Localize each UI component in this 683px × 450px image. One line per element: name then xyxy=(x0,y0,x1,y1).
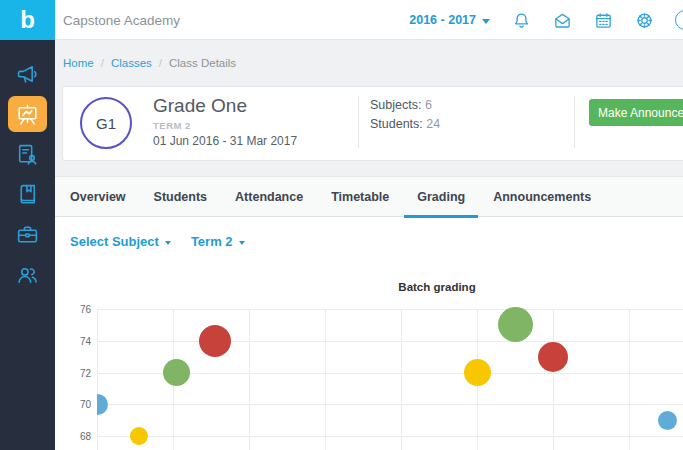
sidebar-item-classes[interactable] xyxy=(0,94,55,134)
tab-overview[interactable]: Overview xyxy=(56,177,140,216)
v-gridline xyxy=(249,309,250,450)
user-avatar[interactable] xyxy=(675,10,683,30)
calendar-icon xyxy=(594,11,613,30)
tab-grading[interactable]: Grading xyxy=(403,177,479,216)
class-date-range: 01 Jun 2016 - 31 Mar 2017 xyxy=(153,134,297,148)
card-divider xyxy=(574,96,575,148)
chart-bubble-red[interactable] xyxy=(199,325,231,357)
tab-timetable[interactable]: Timetable xyxy=(317,177,403,216)
app-root: b Capstone Academy 2016 - 2017 xyxy=(0,0,683,450)
people-icon xyxy=(15,262,40,287)
h-gridline xyxy=(97,309,683,310)
chart-bubble-blue[interactable] xyxy=(658,411,677,430)
v-gridline xyxy=(97,309,98,450)
academic-year-dropdown[interactable]: 2016 - 2017 xyxy=(409,13,490,27)
y-axis-label: 70 xyxy=(57,399,91,410)
v-gridline xyxy=(401,309,402,450)
chart-bubble-red[interactable] xyxy=(538,342,568,372)
subject-filter-dropdown[interactable]: Select Subject xyxy=(70,234,171,249)
bell-icon xyxy=(512,11,531,30)
academic-year-label: 2016 - 2017 xyxy=(409,13,476,27)
lifebuoy-icon xyxy=(635,11,654,30)
tab-announcements[interactable]: Announcements xyxy=(479,177,605,216)
class-card: G1 Grade One TERM 2 01 Jun 2016 - 31 Mar… xyxy=(62,86,683,161)
subjects-value: 6 xyxy=(425,98,432,112)
subjects-label: Subjects: xyxy=(370,98,421,112)
v-gridline xyxy=(325,309,326,450)
filters: Select Subject Term 2 xyxy=(70,234,245,249)
y-axis-label: 72 xyxy=(57,368,91,379)
class-title: Grade One xyxy=(153,95,297,117)
chart-bubble-blue[interactable] xyxy=(97,394,108,415)
sidebar-item-reports[interactable] xyxy=(0,134,55,174)
breadcrumb-separator: / xyxy=(159,57,162,69)
v-gridline xyxy=(553,309,554,450)
batch-grading-chart: Batch grading 7674727068 xyxy=(55,260,683,450)
h-gridline xyxy=(97,404,683,405)
support-button[interactable] xyxy=(634,10,654,30)
breadcrumb-current: Class Details xyxy=(169,57,236,69)
subject-filter-label: Select Subject xyxy=(70,234,159,249)
chart-bubble-yellow[interactable] xyxy=(130,427,148,445)
main-content: Home / Classes / Class Details G1 Grade … xyxy=(55,40,683,450)
briefcase-icon xyxy=(15,222,40,247)
breadcrumb-link-home[interactable]: Home xyxy=(63,57,94,69)
caret-down-icon xyxy=(165,241,171,245)
megaphone-icon xyxy=(15,62,40,87)
chart-bubble-green[interactable] xyxy=(163,359,190,386)
tabbar: Overview Students Attendance Timetable G… xyxy=(55,176,683,217)
caret-down-icon xyxy=(482,19,490,24)
notifications-button[interactable] xyxy=(511,10,531,30)
envelope-icon xyxy=(553,11,572,30)
chart-bubble-green[interactable] xyxy=(498,307,533,342)
class-badge: G1 xyxy=(80,97,132,149)
sidebar-item-students[interactable] xyxy=(0,254,55,294)
tab-attendance[interactable]: Attendance xyxy=(221,177,317,216)
term-filter-dropdown[interactable]: Term 2 xyxy=(191,234,245,249)
calendar-button[interactable] xyxy=(593,10,613,30)
subjects-stat: Subjects: 6 xyxy=(370,96,440,115)
tab-students[interactable]: Students xyxy=(140,177,221,216)
school-name: Capstone Academy xyxy=(63,0,180,40)
students-stat: Students: 24 xyxy=(370,115,440,134)
v-gridline xyxy=(629,309,630,450)
term-filter-label: Term 2 xyxy=(191,234,233,249)
y-axis-label: 68 xyxy=(57,431,91,442)
messages-button[interactable] xyxy=(552,10,572,30)
students-value: 24 xyxy=(426,117,440,131)
card-divider xyxy=(358,96,359,148)
student-report-icon xyxy=(15,142,40,167)
class-term: TERM 2 xyxy=(153,120,297,131)
sidebar-item-library[interactable] xyxy=(0,174,55,214)
active-item-highlight xyxy=(8,96,47,132)
chart-plot-area xyxy=(97,260,683,450)
h-gridline xyxy=(97,341,683,342)
y-axis-label: 74 xyxy=(57,336,91,347)
grading-panel: Select Subject Term 2 Batch grading 7674… xyxy=(55,217,683,450)
sidebar xyxy=(0,40,55,450)
students-label: Students: xyxy=(370,117,423,131)
chart-bubble-yellow[interactable] xyxy=(464,359,491,386)
caret-down-icon xyxy=(239,241,245,245)
make-announcement-button[interactable]: Make Announcement xyxy=(589,99,683,126)
sidebar-item-staff[interactable] xyxy=(0,214,55,254)
sidebar-item-announcements[interactable] xyxy=(0,54,55,94)
topbar: b Capstone Academy 2016 - 2017 xyxy=(0,0,683,40)
breadcrumb-separator: / xyxy=(101,57,104,69)
class-info: Grade One TERM 2 01 Jun 2016 - 31 Mar 20… xyxy=(153,95,297,148)
y-axis-label: 76 xyxy=(57,304,91,315)
breadcrumb-link-classes[interactable]: Classes xyxy=(111,57,152,69)
h-gridline xyxy=(97,436,683,437)
breadcrumb: Home / Classes / Class Details xyxy=(63,57,236,69)
book-icon xyxy=(15,182,40,207)
topbar-actions: 2016 - 2017 xyxy=(409,0,683,40)
class-stats: Subjects: 6 Students: 24 xyxy=(370,96,440,134)
app-logo[interactable]: b xyxy=(0,0,55,40)
easel-icon xyxy=(15,102,40,127)
